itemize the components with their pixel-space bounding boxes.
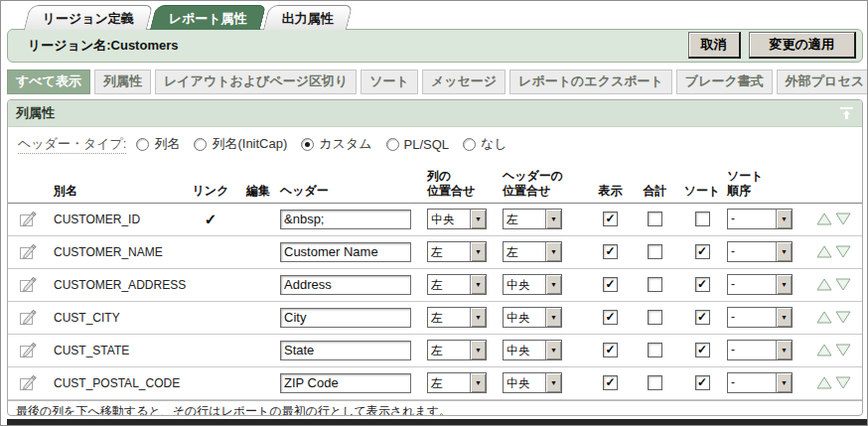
sum-checkbox[interactable] [648,244,662,259]
sum-checkbox[interactable] [648,212,662,226]
heading-alignment-select[interactable]: 左▼ [503,209,562,229]
sort-checkbox[interactable] [695,343,710,357]
sort-checkbox[interactable] [695,375,710,390]
sort-sequence-select[interactable]: -▼ [727,307,793,328]
filter-report-export[interactable]: レポートのエクスポート [509,70,672,94]
display-checkbox[interactable] [603,244,618,259]
move-down-button[interactable] [835,311,851,324]
heading-alignment-select[interactable]: 中央▼ [503,340,562,360]
filter-sorting[interactable]: ソート [361,70,418,94]
region-header-bar: リージョン名:Customers 取消 変更の適用 [7,29,863,63]
radio-label: PL/SQL [404,137,450,152]
heading-input[interactable] [280,341,411,360]
chevron-down-icon: ▼ [470,308,486,327]
filter-column-attributes[interactable]: 列属性 [94,70,151,94]
move-up-button[interactable] [816,311,832,324]
chevron-down-icon: ▼ [545,242,561,261]
sort-sequence-select[interactable]: -▼ [727,372,793,393]
filter-break-formatting[interactable]: ブレーク書式 [676,70,773,94]
header-type-option-column-name[interactable]: 列名 [136,135,180,153]
sort-sequence-select[interactable]: -▼ [727,340,793,360]
header-type-option-custom[interactable]: カスタム [301,135,371,153]
filter-show-all[interactable]: すべて表示 [7,70,90,94]
move-down-button[interactable] [835,245,851,258]
display-checkbox[interactable] [603,375,618,390]
move-up-button[interactable] [816,278,832,291]
tab-region-definition[interactable]: リージョン定義 [24,5,153,30]
edit-column-icon[interactable] [18,210,39,229]
header-type-row: ヘッダー・タイプ: 列名 列名(InitCap) カスタム PL/SQL なし [8,127,862,163]
column-alignment-select[interactable]: 左▼ [427,340,487,360]
table-row: CUSTOMER_ID ✓ 中央▼ 左▼ -▼ [8,204,862,236]
attribute-filter-bar: すべて表示 列属性 レイアウトおよびページ区切り ソート メッセージ レポートの… [7,70,861,94]
spacer [808,199,862,203]
sort-checkbox[interactable] [695,277,710,292]
move-up-button[interactable] [816,376,832,389]
filter-messages[interactable]: メッセージ [422,70,506,94]
heading-input[interactable] [280,373,411,393]
chevron-down-icon: ▼ [470,242,486,261]
move-down-button[interactable] [835,213,851,225]
cancel-button[interactable]: 取消 [688,32,741,59]
sum-checkbox[interactable] [648,277,662,292]
edit-column-icon[interactable] [18,373,39,393]
column-alias: CUST_CITY [52,311,185,325]
radio-label: なし [481,135,507,153]
col-header-sum: 合計 [633,184,677,203]
edit-column-icon[interactable] [18,341,39,360]
section-header: 列属性 [8,100,862,127]
filter-layout-pagination[interactable]: レイアウトおよびページ区切り [155,70,357,94]
header-type-label[interactable]: ヘッダー・タイプ: [18,135,126,154]
column-alignment-select[interactable]: 左▼ [427,274,487,295]
heading-input[interactable] [280,275,411,295]
display-checkbox[interactable] [603,310,618,325]
heading-input[interactable] [280,210,411,229]
move-up-button[interactable] [816,213,832,225]
heading-alignment-select[interactable]: 中央▼ [503,274,562,295]
column-alignment-select[interactable]: 左▼ [427,372,487,393]
column-alignment-select[interactable]: 左▼ [427,241,487,262]
column-alias: CUSTOMER_NAME [52,245,185,259]
move-down-button[interactable] [835,278,851,291]
sort-checkbox[interactable] [695,244,710,259]
apply-changes-button[interactable]: 変更の適用 [749,32,856,59]
move-up-button[interactable] [816,344,832,356]
chevron-down-icon: ▼ [470,275,486,294]
sort-sequence-select[interactable]: -▼ [727,241,793,262]
chevron-down-icon: ▼ [776,210,792,228]
sum-checkbox[interactable] [648,310,662,325]
sort-sequence-select[interactable]: -▼ [727,209,793,229]
move-down-button[interactable] [835,344,851,356]
move-up-button[interactable] [816,245,832,258]
column-alignment-select[interactable]: 中央▼ [427,209,487,229]
heading-alignment-select[interactable]: 中央▼ [503,307,562,328]
tab-report-attributes[interactable]: レポート属性 [150,5,266,30]
edit-column-icon[interactable] [18,308,39,328]
edit-column-icon[interactable] [18,242,39,262]
col-header-heading-alignment: ヘッダーの 位置合せ [503,169,588,203]
sort-sequence-select[interactable]: -▼ [727,274,793,295]
display-checkbox[interactable] [603,343,618,357]
sort-checkbox[interactable] [695,212,710,226]
header-type-option-initcap[interactable]: 列名(InitCap) [194,135,287,153]
display-checkbox[interactable] [603,277,618,292]
sum-checkbox[interactable] [648,343,662,357]
tab-output-attributes[interactable]: 出力属性 [263,5,353,30]
sum-checkbox[interactable] [648,375,662,390]
heading-input[interactable] [280,242,411,262]
edit-column-icon[interactable] [18,275,39,295]
heading-alignment-select[interactable]: 左▼ [503,241,562,262]
display-checkbox[interactable] [603,212,618,226]
sort-checkbox[interactable] [695,310,710,325]
radio-label: カスタム [319,135,371,153]
header-type-option-none[interactable]: なし [463,135,507,153]
heading-alignment-select[interactable]: 中央▼ [503,372,562,393]
collapse-to-top-icon[interactable] [839,106,854,120]
column-alignment-select[interactable]: 左▼ [427,307,487,328]
table-row: CUST_CITY ✓ 左▼ 中央▼ -▼ [8,302,862,335]
filter-external-processing[interactable]: 外部プロセス [777,70,868,94]
heading-input[interactable] [280,308,411,328]
radio-label: 列名(InitCap) [212,135,287,153]
move-down-button[interactable] [835,376,851,389]
header-type-option-plsql[interactable]: PL/SQL [386,137,450,152]
